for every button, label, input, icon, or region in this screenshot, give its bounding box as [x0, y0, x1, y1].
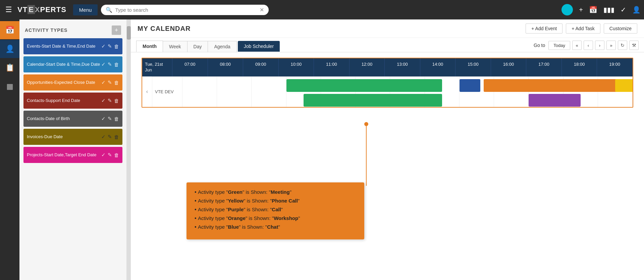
nav-first-icon[interactable]: «	[572, 41, 582, 50]
search-input[interactable]	[115, 7, 257, 13]
delete-action-icon[interactable]: 🗑	[114, 98, 119, 104]
sidebar-contacts-icon[interactable]: 👤	[0, 40, 19, 58]
check-icon[interactable]: ✓	[621, 6, 626, 14]
calendar-header: MY CALENDAR + Add Event + Add Task Custo…	[131, 19, 644, 38]
calendar-row-container: VTE DEV	[152, 76, 633, 107]
today-button[interactable]: Today	[548, 41, 570, 50]
check-action-icon[interactable]: ✓	[101, 152, 106, 158]
grid-left-nav-icon[interactable]: ‹	[142, 76, 152, 107]
chart-icon[interactable]: ▮▮▮	[603, 6, 614, 14]
tab-week[interactable]: Week	[163, 41, 187, 52]
delete-action-icon[interactable]: 🗑	[114, 152, 119, 158]
calendar-actions: + Add Event + Add Task Customize	[526, 23, 637, 34]
menu-button[interactable]: Menu	[73, 4, 98, 15]
cell-11[interactable]	[321, 77, 356, 107]
clear-search-icon[interactable]: ✕	[260, 7, 264, 13]
edit-action-icon[interactable]: ✎	[108, 152, 112, 158]
tab-day[interactable]: Day	[187, 41, 208, 52]
tab-month[interactable]: Month	[136, 41, 163, 52]
check-action-icon[interactable]: ✓	[101, 79, 106, 86]
view-tabs: Month Week Day Agenda Job Scheduler Go t…	[131, 38, 644, 52]
sidebar-schedule-icon[interactable]: 📋	[0, 59, 19, 77]
tooltip-item-orange: Activity type "Orange" is Shown: "Worksh…	[195, 215, 356, 221]
activity-header: ACTIVITY TYPES +	[19, 19, 126, 38]
cell-17[interactable]	[529, 77, 563, 107]
plus-icon[interactable]: +	[579, 6, 583, 14]
tooltip-item-yellow: Activity type "Yellow" is Shown: "Phone …	[195, 198, 356, 204]
grid-time-13: 13:00	[385, 58, 420, 76]
check-action-icon[interactable]: ✓	[101, 134, 106, 140]
cell-15[interactable]	[460, 77, 494, 107]
item-actions: ✓ ✎ 🗑	[101, 61, 119, 67]
brand-icon[interactable]: X	[561, 4, 573, 15]
list-item: Projects-Start Date,Target End Date ✓ ✎ …	[23, 147, 122, 163]
cell-10[interactable]	[286, 77, 321, 107]
calendar-header-left: MY CALENDAR	[138, 25, 191, 33]
delete-action-icon[interactable]: 🗑	[114, 62, 119, 67]
grid-time-09: 09:00	[243, 58, 279, 76]
activity-item-label: Contacts-Support End Date	[27, 98, 101, 104]
tab-agenda[interactable]: Agenda	[208, 41, 236, 52]
edit-action-icon[interactable]: ✎	[108, 43, 112, 49]
nav-next-icon[interactable]: ›	[595, 41, 604, 50]
cell-08[interactable]	[217, 77, 252, 107]
settings-icon[interactable]: ⚒	[629, 41, 639, 50]
sidebar-grid-icon[interactable]: ▦	[0, 77, 19, 96]
delete-action-icon[interactable]: 🗑	[114, 134, 119, 140]
cell-16[interactable]	[494, 77, 529, 107]
delete-action-icon[interactable]: 🗑	[114, 80, 119, 86]
list-item: Opportunities-Expected Close Date ✓ ✎ 🗑	[23, 74, 122, 91]
add-activity-button[interactable]: +	[112, 25, 121, 35]
activity-list: Events-Start Date & Time,End Date ✓ ✎ 🗑 …	[19, 38, 126, 280]
activity-item-label: Invoices-Due Date	[27, 134, 101, 140]
search-icon: 🔍	[106, 7, 112, 13]
edit-action-icon[interactable]: ✎	[108, 61, 112, 67]
item-actions: ✓ ✎ 🗑	[101, 43, 119, 49]
activity-item-label: Projects-Start Date,Target End Date	[27, 152, 101, 158]
nav-last-icon[interactable]: »	[606, 41, 616, 50]
cell-14[interactable]	[425, 77, 460, 107]
cell-13[interactable]	[390, 77, 425, 107]
activity-item-label: Events-Start Date & Time,End Date	[27, 43, 101, 49]
grid-time-07: 07:00	[172, 58, 208, 76]
cell-18[interactable]	[564, 77, 598, 107]
tab-job-scheduler[interactable]: Job Scheduler	[238, 41, 280, 52]
refresh-icon[interactable]: ↻	[618, 41, 627, 50]
page-title: MY CALENDAR	[138, 25, 191, 33]
scrollbar-track[interactable]	[127, 19, 131, 280]
cell-12[interactable]	[356, 77, 390, 107]
tooltip-box: Activity type "Green" is Shown: "Meeting…	[186, 182, 364, 239]
edit-action-icon[interactable]: ✎	[108, 116, 112, 122]
nav-prev-icon[interactable]: ‹	[584, 41, 593, 50]
list-item: Events-Start Date & Time,End Date ✓ ✎ 🗑	[23, 38, 122, 54]
activity-item-label: Calendar-Start Date & Time,Due Date	[27, 61, 101, 67]
customize-button[interactable]: Customize	[604, 23, 637, 34]
sidebar-calendar-icon[interactable]: 📅	[0, 21, 19, 39]
delete-action-icon[interactable]: 🗑	[114, 44, 119, 49]
cell-09[interactable]	[252, 77, 286, 107]
check-action-icon[interactable]: ✓	[101, 61, 106, 67]
add-event-button[interactable]: + Add Event	[526, 23, 562, 34]
delete-action-icon[interactable]: 🗑	[114, 116, 119, 122]
scrollbar-thumb[interactable]	[127, 26, 131, 40]
check-action-icon[interactable]: ✓	[101, 98, 106, 104]
grid-time-10: 10:00	[279, 58, 314, 76]
edit-action-icon[interactable]: ✎	[108, 134, 112, 140]
left-sidebar: 📅 👤 📋 ▦	[0, 19, 19, 280]
calendar-icon[interactable]: 📅	[589, 6, 597, 14]
grid-time-14: 14:00	[420, 58, 456, 76]
calendar-area: MY CALENDAR + Add Event + Add Task Custo…	[131, 19, 644, 280]
user-icon[interactable]: 👤	[632, 6, 641, 14]
cell-19[interactable]	[598, 77, 633, 107]
edit-action-icon[interactable]: ✎	[108, 79, 112, 86]
calendar-grid: Tue, 21st Jun 07:00 08:00 09:00 10:00 11…	[142, 58, 633, 108]
add-task-button[interactable]: + Add Task	[566, 23, 600, 34]
hamburger-menu-icon[interactable]: ☰	[3, 3, 14, 16]
top-navigation: ☰ VTEXPERTS Menu 🔍 ✕ X + 📅 ▮▮▮ ✓ 👤	[0, 0, 644, 19]
row-cells	[182, 77, 633, 107]
tooltip-item-green: Activity type "Green" is Shown: "Meeting…	[195, 189, 356, 195]
edit-action-icon[interactable]: ✎	[108, 98, 112, 104]
check-action-icon[interactable]: ✓	[101, 116, 106, 122]
cell-07[interactable]	[182, 77, 217, 107]
check-action-icon[interactable]: ✓	[101, 43, 106, 49]
